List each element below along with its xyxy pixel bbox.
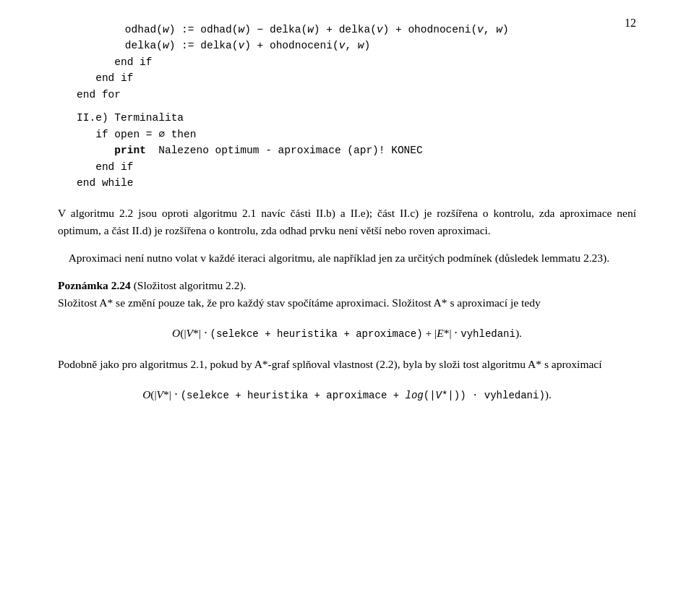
code-line-1: odhad(w) := odhad(w) − delka(w) + delka(… (58, 22, 636, 38)
formula-2: O(|V*| ⋅ (selekce + heuristika + aproxim… (58, 386, 636, 404)
code-block: odhad(w) := odhad(w) − delka(w) + delka(… (58, 22, 636, 192)
note-section: Poznámka 2.24 (Složitost algoritmu 2.2).… (58, 277, 636, 312)
paragraph-1: V algoritmu 2.2 jsou oproti algoritmu 2.… (58, 205, 636, 239)
code-line-10: end while (58, 175, 636, 191)
code-line-9: end if (58, 159, 636, 175)
note-title: (Složitost algoritmu 2.2). (134, 279, 247, 291)
note-label: Poznámka 2.24 (58, 279, 131, 291)
page: 12 odhad(w) := odhad(w) − delka(w) + del… (0, 0, 694, 616)
formula-1: O(|V*| ⋅ (selekce + heuristika + aproxim… (58, 325, 636, 343)
code-line-5: end for (58, 87, 636, 103)
paragraph-2: Aproximaci není nutno volat v každé iter… (58, 249, 636, 267)
paragraph-3: Podobně jako pro algoritmus 2.1, pokud b… (58, 356, 636, 373)
page-number: 12 (625, 14, 636, 32)
code-line-6: II.e) Terminalita (58, 110, 636, 126)
code-line-4: end if (58, 70, 636, 86)
code-line-7: if open = ∅ then (58, 127, 636, 142)
code-line-3: end if (58, 54, 636, 70)
code-line-8: print Nalezeno optimum - aproximace (apr… (58, 142, 636, 158)
code-line-2: delka(w) := delka(v) + ohodnoceni(v, w) (58, 38, 636, 54)
